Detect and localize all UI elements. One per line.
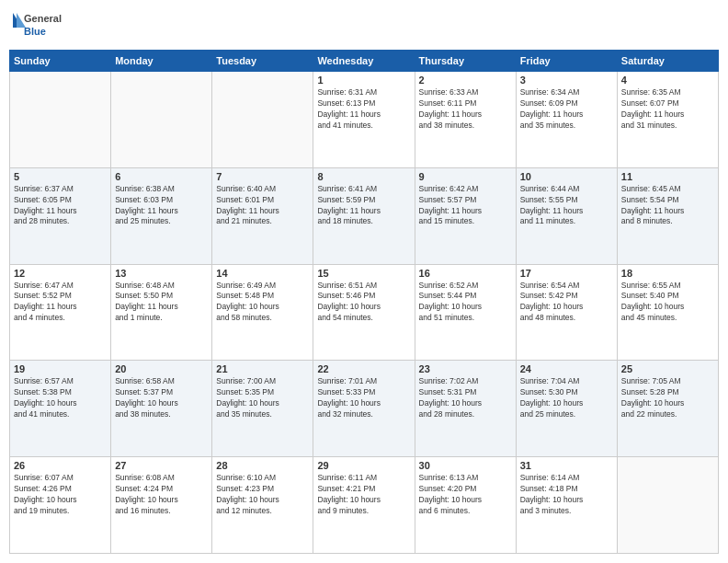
day-number: 23 <box>419 363 512 374</box>
svg-text:Blue: Blue <box>24 26 46 37</box>
cell-content: Sunrise: 6:14 AM Sunset: 4:18 PM Dayligh… <box>520 473 613 517</box>
cell-content: Sunrise: 7:01 AM Sunset: 5:33 PM Dayligh… <box>317 376 410 420</box>
calendar-cell: 11Sunrise: 6:45 AM Sunset: 5:54 PM Dayli… <box>617 167 718 264</box>
cell-content: Sunrise: 7:02 AM Sunset: 5:31 PM Dayligh… <box>419 376 512 420</box>
day-number: 2 <box>419 75 512 86</box>
calendar-week-row: 1Sunrise: 6:31 AM Sunset: 6:13 PM Daylig… <box>10 72 719 168</box>
day-number: 20 <box>115 363 208 374</box>
calendar-cell: 17Sunrise: 6:54 AM Sunset: 5:42 PM Dayli… <box>516 264 617 361</box>
cell-content: Sunrise: 6:38 AM Sunset: 6:03 PM Dayligh… <box>115 184 208 228</box>
day-number: 18 <box>621 268 714 279</box>
cell-content: Sunrise: 7:00 AM Sunset: 5:35 PM Dayligh… <box>216 376 309 420</box>
calendar-week-row: 19Sunrise: 6:57 AM Sunset: 5:38 PM Dayli… <box>10 361 719 457</box>
cell-content: Sunrise: 6:11 AM Sunset: 4:21 PM Dayligh… <box>317 473 410 517</box>
day-number: 1 <box>317 75 410 86</box>
day-number: 28 <box>216 460 309 471</box>
cell-content: Sunrise: 6:13 AM Sunset: 4:20 PM Dayligh… <box>419 473 512 517</box>
cell-content: Sunrise: 6:45 AM Sunset: 5:54 PM Dayligh… <box>621 184 714 228</box>
cell-content: Sunrise: 6:10 AM Sunset: 4:23 PM Dayligh… <box>216 473 309 517</box>
cell-content: Sunrise: 6:57 AM Sunset: 5:38 PM Dayligh… <box>14 376 107 420</box>
day-number: 9 <box>419 171 512 182</box>
cell-content: Sunrise: 6:52 AM Sunset: 5:44 PM Dayligh… <box>419 281 512 325</box>
calendar-cell: 22Sunrise: 7:01 AM Sunset: 5:33 PM Dayli… <box>313 361 415 457</box>
cell-content: Sunrise: 6:35 AM Sunset: 6:07 PM Dayligh… <box>621 87 714 132</box>
calendar-cell: 21Sunrise: 7:00 AM Sunset: 5:35 PM Dayli… <box>212 361 313 457</box>
calendar-week-row: 5Sunrise: 6:37 AM Sunset: 6:05 PM Daylig… <box>10 167 719 264</box>
calendar-header-row: SundayMondayTuesdayWednesdayThursdayFrid… <box>10 51 719 72</box>
calendar-cell: 27Sunrise: 6:08 AM Sunset: 4:24 PM Dayli… <box>111 457 212 554</box>
day-number: 25 <box>621 363 714 374</box>
calendar-cell: 19Sunrise: 6:57 AM Sunset: 5:38 PM Dayli… <box>10 361 111 457</box>
day-number: 16 <box>419 268 512 279</box>
calendar-header-thursday: Thursday <box>415 51 516 72</box>
calendar-cell: 10Sunrise: 6:44 AM Sunset: 5:55 PM Dayli… <box>516 167 617 264</box>
calendar-cell: 1Sunrise: 6:31 AM Sunset: 6:13 PM Daylig… <box>313 72 415 168</box>
cell-content: Sunrise: 6:40 AM Sunset: 6:01 PM Dayligh… <box>216 184 309 228</box>
cell-content: Sunrise: 6:44 AM Sunset: 5:55 PM Dayligh… <box>520 184 613 228</box>
cell-content: Sunrise: 7:04 AM Sunset: 5:30 PM Dayligh… <box>520 376 613 420</box>
calendar-week-row: 26Sunrise: 6:07 AM Sunset: 4:26 PM Dayli… <box>10 457 719 554</box>
calendar-cell: 2Sunrise: 6:33 AM Sunset: 6:11 PM Daylig… <box>415 72 516 168</box>
cell-content: Sunrise: 6:34 AM Sunset: 6:09 PM Dayligh… <box>520 87 613 132</box>
calendar-cell: 24Sunrise: 7:04 AM Sunset: 5:30 PM Dayli… <box>516 361 617 457</box>
day-number: 7 <box>216 171 309 182</box>
day-number: 8 <box>317 171 410 182</box>
logo: General Blue <box>9 9 64 42</box>
day-number: 26 <box>14 460 107 471</box>
calendar-cell: 31Sunrise: 6:14 AM Sunset: 4:18 PM Dayli… <box>516 457 617 554</box>
cell-content: Sunrise: 6:31 AM Sunset: 6:13 PM Dayligh… <box>317 87 410 132</box>
calendar-cell: 5Sunrise: 6:37 AM Sunset: 6:05 PM Daylig… <box>10 167 111 264</box>
calendar-cell <box>212 72 313 168</box>
cell-content: Sunrise: 6:47 AM Sunset: 5:52 PM Dayligh… <box>14 281 107 325</box>
calendar-header-friday: Friday <box>516 51 617 72</box>
calendar-cell: 18Sunrise: 6:55 AM Sunset: 5:40 PM Dayli… <box>617 264 718 361</box>
day-number: 19 <box>14 363 107 374</box>
calendar-cell: 9Sunrise: 6:42 AM Sunset: 5:57 PM Daylig… <box>415 167 516 264</box>
calendar-cell: 16Sunrise: 6:52 AM Sunset: 5:44 PM Dayli… <box>415 264 516 361</box>
calendar-cell: 26Sunrise: 6:07 AM Sunset: 4:26 PM Dayli… <box>10 457 111 554</box>
calendar-cell: 14Sunrise: 6:49 AM Sunset: 5:48 PM Dayli… <box>212 264 313 361</box>
day-number: 10 <box>520 171 613 182</box>
day-number: 27 <box>115 460 208 471</box>
cell-content: Sunrise: 6:49 AM Sunset: 5:48 PM Dayligh… <box>216 281 309 325</box>
day-number: 21 <box>216 363 309 374</box>
cell-content: Sunrise: 6:58 AM Sunset: 5:37 PM Dayligh… <box>115 376 208 420</box>
calendar-header-wednesday: Wednesday <box>313 51 415 72</box>
calendar-header-sunday: Sunday <box>10 51 111 72</box>
calendar-cell: 3Sunrise: 6:34 AM Sunset: 6:09 PM Daylig… <box>516 72 617 168</box>
calendar-cell: 15Sunrise: 6:51 AM Sunset: 5:46 PM Dayli… <box>313 264 415 361</box>
calendar-cell: 6Sunrise: 6:38 AM Sunset: 6:03 PM Daylig… <box>111 167 212 264</box>
day-number: 13 <box>115 268 208 279</box>
day-number: 6 <box>115 171 208 182</box>
cell-content: Sunrise: 6:48 AM Sunset: 5:50 PM Dayligh… <box>115 281 208 325</box>
calendar-table: SundayMondayTuesdayWednesdayThursdayFrid… <box>9 50 719 554</box>
day-number: 4 <box>621 75 714 86</box>
day-number: 5 <box>14 171 107 182</box>
svg-text:General: General <box>24 13 62 24</box>
calendar-cell: 30Sunrise: 6:13 AM Sunset: 4:20 PM Dayli… <box>415 457 516 554</box>
cell-content: Sunrise: 6:37 AM Sunset: 6:05 PM Dayligh… <box>14 184 107 228</box>
calendar-cell: 23Sunrise: 7:02 AM Sunset: 5:31 PM Dayli… <box>415 361 516 457</box>
cell-content: Sunrise: 6:07 AM Sunset: 4:26 PM Dayligh… <box>14 473 107 517</box>
calendar-cell: 8Sunrise: 6:41 AM Sunset: 5:59 PM Daylig… <box>313 167 415 264</box>
calendar-header-tuesday: Tuesday <box>212 51 313 72</box>
cell-content: Sunrise: 6:54 AM Sunset: 5:42 PM Dayligh… <box>520 281 613 325</box>
cell-content: Sunrise: 6:55 AM Sunset: 5:40 PM Dayligh… <box>621 281 714 325</box>
calendar-cell: 28Sunrise: 6:10 AM Sunset: 4:23 PM Dayli… <box>212 457 313 554</box>
calendar-header-saturday: Saturday <box>617 51 718 72</box>
calendar-cell <box>10 72 111 168</box>
day-number: 11 <box>621 171 714 182</box>
day-number: 15 <box>317 268 410 279</box>
day-number: 24 <box>520 363 613 374</box>
day-number: 22 <box>317 363 410 374</box>
cell-content: Sunrise: 6:41 AM Sunset: 5:59 PM Dayligh… <box>317 184 410 228</box>
page-container: General Blue SundayMondayTuesdayWednesda… <box>0 0 728 563</box>
calendar-week-row: 12Sunrise: 6:47 AM Sunset: 5:52 PM Dayli… <box>10 264 719 361</box>
day-number: 12 <box>14 268 107 279</box>
calendar-cell <box>617 457 718 554</box>
day-number: 17 <box>520 268 613 279</box>
calendar-cell: 20Sunrise: 6:58 AM Sunset: 5:37 PM Dayli… <box>111 361 212 457</box>
calendar-cell: 13Sunrise: 6:48 AM Sunset: 5:50 PM Dayli… <box>111 264 212 361</box>
cell-content: Sunrise: 6:51 AM Sunset: 5:46 PM Dayligh… <box>317 281 410 325</box>
calendar-cell <box>111 72 212 168</box>
